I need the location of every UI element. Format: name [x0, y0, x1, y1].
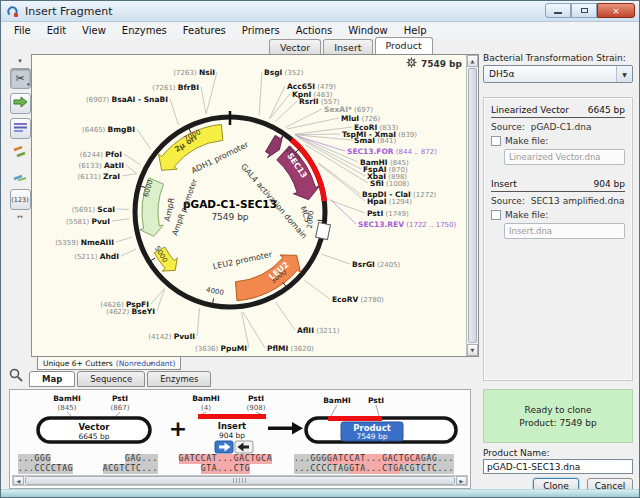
scroll-down-icon[interactable]: ▼ [467, 344, 478, 356]
enzyme-label[interactable]: (4142) PvuII [148, 332, 195, 341]
menu-view[interactable]: View [74, 23, 114, 38]
primer-label[interactable]: SEC13.REV (1722 .. 1750) [358, 220, 457, 229]
enzyme-label[interactable]: (4622) BseYI [106, 307, 155, 316]
scissors-icon: ✂ [15, 72, 24, 85]
enzyme-label[interactable]: BsrGI (2405) [352, 260, 401, 269]
menu-primers[interactable]: Primers [234, 23, 288, 38]
menu-window[interactable]: Window [340, 23, 395, 38]
primers-icon[interactable]: ▾ [13, 143, 27, 162]
tab-insert[interactable]: Insert [323, 39, 372, 54]
plasmid-size: 7549 bp [211, 212, 248, 222]
menu-file[interactable]: File [6, 23, 39, 38]
strain-dropdown[interactable]: DH5α ▼ [483, 65, 633, 83]
plasmid-map: pGAD-C1-SEC13 7549 bp 100020003000400050… [32, 55, 468, 356]
enzyme-label[interactable]: (6465) BmgBI [82, 125, 135, 134]
nonredundant-link[interactable]: (Nonredundant) [116, 359, 176, 368]
insert-file-input[interactable]: Insert.dna [504, 223, 625, 239]
leader-line [116, 237, 132, 242]
close-button[interactable]: × [597, 3, 635, 18]
enzyme-label[interactable]: EcoRV (2780) [332, 295, 384, 304]
alignment-toolbar-button[interactable] [10, 118, 31, 139]
sequence-text: ...CCCCTAG [18, 464, 73, 474]
enzyme-label[interactable]: EcoRI (833) [354, 123, 399, 132]
feature-GAL4-AD[interactable] [266, 135, 283, 157]
insert-fragment-bar[interactable] [198, 414, 266, 419]
enzyme-label[interactable]: KpnI (483) [292, 90, 333, 99]
cut-site-label: PstI [368, 396, 384, 405]
enzyme-label[interactable]: BspDI - ClaI (1272) [362, 190, 437, 199]
search-icon[interactable] [9, 367, 23, 386]
vector-diagram: BamHI (845) PstI (867) Vector 6645 bp [38, 394, 150, 442]
enzyme-label[interactable]: (6244) PfoI [80, 150, 122, 159]
insert-reverse-button[interactable] [235, 441, 253, 453]
make-file-checkbox[interactable] [491, 210, 501, 220]
enzyme-label[interactable]: (7261) BfrBI [152, 83, 199, 92]
enzyme-label[interactable]: (3636) PpuMI [195, 344, 247, 353]
primers-icon-2[interactable] [13, 166, 27, 185]
enzyme-label[interactable]: Acc65I (479) [287, 82, 336, 91]
tab-product[interactable]: Product [375, 37, 433, 54]
vector-file-input[interactable]: Linearized Vector.dna [504, 149, 625, 165]
tab-vector[interactable]: Vector [269, 39, 321, 54]
make-file-checkbox[interactable] [491, 136, 501, 146]
enzyme-label[interactable]: (6131) ZraI [77, 172, 120, 181]
tab-scroll-left-icon[interactable]: ◂ [149, 359, 153, 367]
gear-icon[interactable] [406, 57, 417, 70]
sequence-text: ...GGG [18, 454, 51, 464]
feature-feature-box[interactable] [316, 223, 331, 240]
features-toolbar-button[interactable] [10, 93, 31, 114]
ready-line: Ready to clone [525, 405, 592, 415]
enzyme-label[interactable]: BamHI (845) [360, 158, 409, 167]
leader-line [206, 72, 217, 114]
green-arrow-icon [13, 96, 28, 111]
enzyme-label[interactable]: BsgI (352) [264, 68, 304, 77]
toolbar-overflow-icon[interactable]: ▾ [18, 57, 22, 65]
vector-make-file-row: Make file: [491, 136, 625, 146]
cutters-tab[interactable]: Unique 6+ Cutters (Nonredundant) [37, 357, 181, 370]
horizontal-scrollbar[interactable]: ◀ ▶ [12, 475, 468, 486]
scroll-up-icon[interactable]: ▲ [467, 55, 478, 67]
tab-sequence[interactable]: Sequence [77, 371, 145, 387]
scroll-right-icon[interactable]: ▶ [456, 476, 467, 485]
menu-features[interactable]: Features [175, 23, 234, 38]
enzyme-label[interactable]: (6907) BsaAI - SnaBI [86, 95, 168, 104]
enzymes-toolbar-button[interactable]: ✂ ▾ [10, 68, 31, 89]
menu-actions[interactable]: Actions [288, 23, 341, 38]
leader-line [201, 87, 206, 114]
menu-edit[interactable]: Edit [39, 23, 74, 38]
enzyme-label[interactable]: (5691) ScaI [72, 205, 115, 214]
enzyme-label[interactable]: PstI (1749) [367, 209, 409, 218]
menu-help[interactable]: Help [396, 23, 435, 38]
numbering-toolbar-button[interactable]: (123) [10, 189, 31, 210]
enzyme-label[interactable]: (5581) PvuI [66, 217, 110, 226]
enzyme-label[interactable]: PflMI (3620) [267, 344, 314, 353]
tab-map[interactable]: Map [29, 371, 75, 387]
insert-diagram: BamHI (4) PstI (908) Insert 904 bp [192, 394, 266, 453]
enzyme-label[interactable]: (6133) AatII [78, 161, 124, 170]
enzyme-label[interactable]: (7263) NsiI [173, 68, 215, 77]
insert-forward-button[interactable] [215, 441, 233, 453]
scrollbar-thumb[interactable] [468, 68, 477, 343]
cutters-label: Unique 6+ Cutters [43, 359, 113, 368]
plasmid-map-canvas[interactable]: pGAD-C1-SEC13 7549 bp 100020003000400050… [31, 54, 479, 357]
product-name-input[interactable] [483, 459, 633, 474]
tab-enzymes[interactable]: Enzymes [147, 371, 211, 387]
enzyme-label[interactable]: AflII (3211) [297, 326, 340, 335]
primer-label[interactable]: SEC13.FOR (844 .. 872) [347, 147, 437, 156]
leader-line [330, 199, 356, 224]
insert-size: 904 bp [219, 431, 245, 440]
enzyme-label[interactable]: MluI (726) [341, 114, 380, 123]
resize-icon[interactable]: ↔ [17, 213, 23, 221]
minimize-button[interactable] [545, 3, 571, 18]
menu-enzymes[interactable]: Enzymes [114, 23, 175, 38]
scroll-left-icon[interactable]: ◀ [13, 476, 24, 485]
leader-line [287, 118, 339, 129]
scrollbar-thumb[interactable] [25, 476, 455, 485]
title-bar[interactable]: Insert Fragment × [1, 1, 639, 22]
enzyme-label[interactable]: (5211) AhdI [74, 252, 119, 261]
map-vertical-scrollbar[interactable]: ▲ ▼ [466, 55, 478, 356]
maximize-button[interactable] [571, 3, 597, 18]
enzyme-label[interactable]: (5359) NmeAIII [55, 238, 114, 247]
ready-status-box: Ready to clone Product: 7549 bp [483, 389, 633, 443]
enzyme-label[interactable]: SexAI* (697) [324, 105, 373, 114]
